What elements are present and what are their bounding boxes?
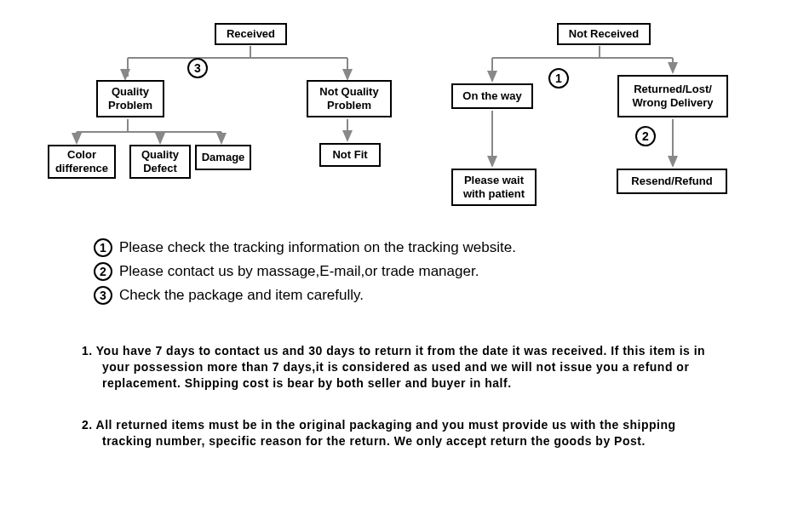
- node-quality-problem: Quality Problem: [96, 80, 164, 117]
- node-damage: Damage: [195, 145, 251, 170]
- note-2: 2 Please contact us by massage,E-mail,or…: [94, 262, 792, 281]
- note-2-text: Please contact us by massage,E-mail,or t…: [119, 263, 479, 280]
- badge-2: 2: [635, 126, 656, 146]
- note-1: 1 Please check the tracking information …: [94, 238, 792, 257]
- legend-notes: 1 Please check the tracking information …: [94, 238, 792, 305]
- badge-3: 3: [187, 58, 208, 78]
- policy-text: 1. You have 7 days to contact us and 30 …: [77, 343, 715, 449]
- node-color-difference: Color difference: [48, 145, 116, 179]
- note-2-num: 2: [94, 262, 112, 281]
- note-3-text: Check the package and item carefully.: [119, 287, 364, 304]
- badge-1: 1: [548, 68, 569, 89]
- node-please-wait: Please wait with patient: [451, 169, 537, 206]
- node-not-quality-problem: Not Quality Problem: [307, 80, 392, 117]
- note-3-num: 3: [94, 286, 112, 305]
- policy-1: 1. You have 7 days to contact us and 30 …: [77, 343, 715, 392]
- node-quality-defect: Quality Defect: [129, 145, 191, 179]
- node-resend-refund: Resend/Refund: [617, 169, 727, 194]
- note-3: 3 Check the package and item carefully.: [94, 286, 792, 305]
- note-1-num: 1: [94, 238, 112, 257]
- node-not-received: Not Received: [557, 23, 651, 45]
- policy-2: 2. All returned items must be in the ori…: [77, 417, 715, 449]
- node-on-the-way: On the way: [451, 83, 533, 109]
- node-received: Received: [215, 23, 287, 45]
- node-returned-lost: Returned/Lost/ Wrong Delivery: [617, 75, 728, 117]
- note-1-text: Please check the tracking information on…: [119, 239, 516, 256]
- node-not-fit: Not Fit: [319, 143, 381, 167]
- flow-diagram: Received 3 Quality Problem Not Quality P…: [0, 0, 792, 213]
